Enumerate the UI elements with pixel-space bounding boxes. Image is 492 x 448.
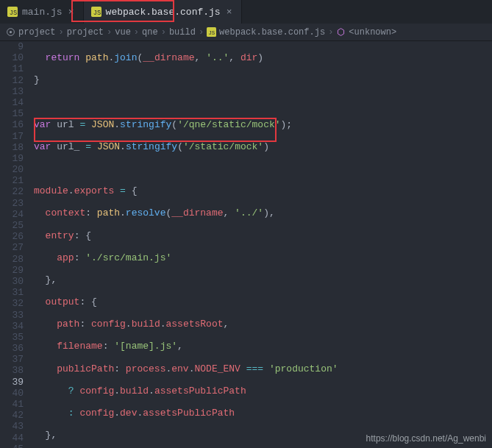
js-file-icon: JS [91,7,101,17]
code-area[interactable]: return path.join(__dirname, '..', dir) }… [34,41,492,448]
tab-label: main.js [22,7,63,18]
target-icon [6,27,15,37]
close-icon[interactable]: × [225,7,234,18]
js-file-icon: JS [7,7,18,17]
svg-text:JS: JS [93,10,101,17]
breadcrumb-item[interactable]: webpack.base.conf.js [219,27,325,38]
breadcrumb-item[interactable]: project [67,27,104,38]
tab-webpackconf[interactable]: JS webpack.base.conf.js × [84,0,242,24]
breadcrumb-item[interactable]: qne [142,27,158,38]
svg-text:JS: JS [209,30,215,36]
watermark: https://blog.csdn.net/Ag_wenbi [366,433,486,444]
editor[interactable]: 9 10 11 12 13 14 15 16 17 18 19 20 21 22… [0,41,492,448]
breadcrumb[interactable]: project› project› vue› qne› build› JS we… [0,24,492,41]
svg-point-5 [10,31,12,33]
js-file-icon: JS [207,27,216,37]
breadcrumb-item[interactable]: <unknown> [349,27,396,38]
tab-bar: JS main.js × JS webpack.base.conf.js × [0,0,492,24]
breadcrumb-item[interactable]: build [169,27,196,38]
tab-mainjs[interactable]: JS main.js × [0,0,84,24]
tab-label: webpack.base.conf.js [106,7,221,18]
gutter: 9 10 11 12 13 14 15 16 17 18 19 20 21 22… [0,41,34,448]
breadcrumb-item[interactable]: project [18,27,55,38]
breadcrumb-item[interactable]: vue [115,27,131,38]
close-icon[interactable]: × [67,7,76,18]
svg-text:JS: JS [10,10,18,17]
cube-icon [336,27,346,37]
